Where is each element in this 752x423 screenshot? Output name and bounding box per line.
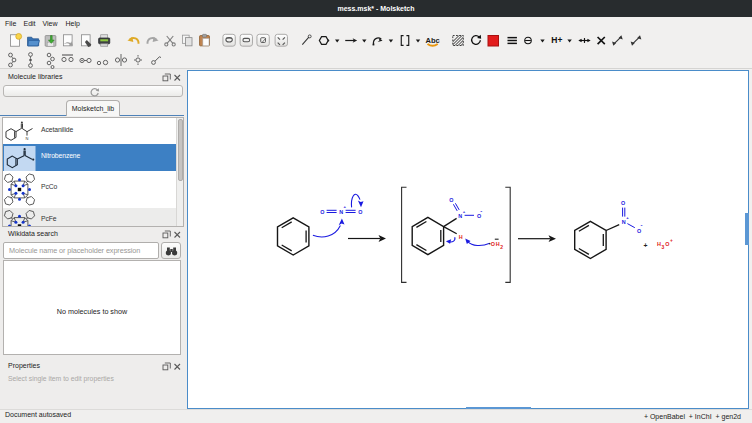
- svg-text:H: H: [459, 234, 463, 240]
- svg-text:-: -: [480, 208, 482, 214]
- svg-text:O: O: [621, 200, 625, 206]
- svg-text:O: O: [665, 241, 669, 247]
- svg-text:N: N: [458, 213, 462, 219]
- svg-text:H: H: [657, 241, 661, 247]
- svg-text:O: O: [477, 213, 481, 219]
- svg-text:+: +: [626, 215, 629, 220]
- svg-text:+: +: [644, 242, 648, 249]
- svg-text:O: O: [491, 241, 495, 247]
- svg-text:+: +: [344, 204, 347, 209]
- svg-text:H: H: [496, 241, 500, 247]
- svg-text:O: O: [449, 197, 453, 203]
- svg-text:-: -: [641, 222, 643, 228]
- svg-text:2: 2: [500, 244, 503, 250]
- svg-text:+: +: [670, 238, 673, 243]
- svg-text:3: 3: [662, 244, 665, 250]
- svg-text:O: O: [358, 209, 362, 215]
- svg-text:+: +: [463, 209, 466, 214]
- svg-text:O: O: [637, 228, 641, 234]
- svg-text:O: O: [320, 209, 324, 215]
- svg-text:N: N: [339, 209, 343, 215]
- svg-text:N: N: [622, 219, 626, 225]
